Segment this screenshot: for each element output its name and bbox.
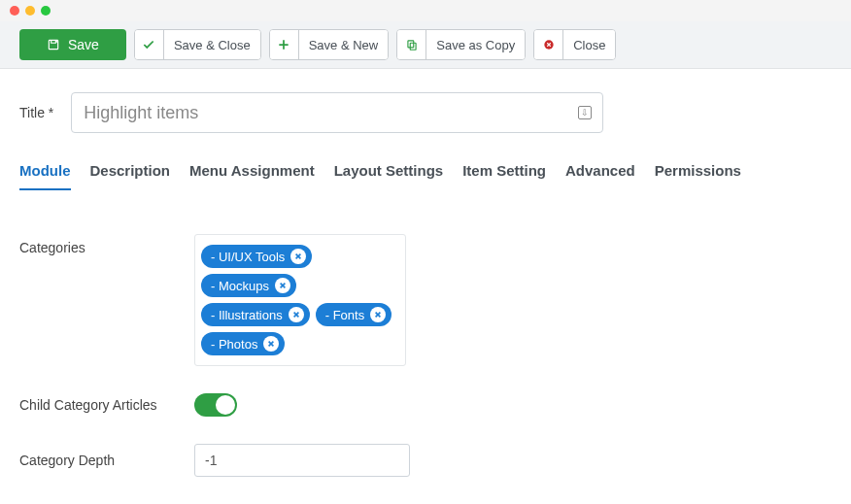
save-new-button[interactable]: Save & New bbox=[299, 30, 389, 59]
category-tag-label: - Fonts bbox=[325, 308, 364, 322]
category-tag-label: - Illustrations bbox=[211, 308, 283, 322]
category-tag-label: - Mockups bbox=[211, 279, 269, 293]
remove-tag-icon[interactable] bbox=[289, 307, 304, 322]
category-tag-label: - Photos bbox=[211, 337, 257, 352]
copy-icon[interactable] bbox=[397, 30, 426, 59]
tab-permissions[interactable]: Permissions bbox=[655, 162, 741, 190]
tab-module[interactable]: Module bbox=[19, 162, 71, 190]
remove-tag-icon[interactable] bbox=[275, 278, 290, 293]
tab-layout-settings[interactable]: Layout Settings bbox=[334, 162, 444, 190]
remove-tag-icon[interactable] bbox=[263, 336, 279, 352]
tab-bar: ModuleDescriptionMenu AssignmentLayout S… bbox=[19, 162, 832, 191]
save-copy-button[interactable]: Save as Copy bbox=[426, 30, 525, 59]
save-button[interactable]: Save bbox=[19, 29, 126, 60]
child-articles-toggle[interactable] bbox=[194, 393, 237, 417]
close-button[interactable]: Close bbox=[563, 30, 615, 59]
category-tag: - Photos bbox=[201, 332, 285, 355]
category-tag: - UI/UX Tools bbox=[201, 245, 312, 268]
save-new-group: Save & New bbox=[269, 29, 390, 60]
tab-item-setting[interactable]: Item Setting bbox=[462, 162, 546, 190]
action-toolbar: Save Save & Close Save & New Save as Cop… bbox=[0, 21, 851, 69]
tab-description[interactable]: Description bbox=[90, 162, 171, 190]
category-tag: - Mockups bbox=[201, 274, 296, 297]
window-titlebar bbox=[0, 0, 851, 21]
categories-tag-box[interactable]: - UI/UX Tools- Mockups- Illustrations- F… bbox=[194, 234, 406, 366]
save-icon bbox=[47, 38, 60, 51]
categories-label: Categories bbox=[19, 234, 194, 255]
category-tag: - Illustrations bbox=[201, 303, 310, 326]
plus-icon[interactable] bbox=[270, 30, 299, 59]
title-label: Title * bbox=[19, 105, 53, 120]
remove-tag-icon[interactable] bbox=[290, 249, 306, 264]
category-tag: - Fonts bbox=[316, 303, 391, 326]
categories-row: Categories - UI/UX Tools- Mockups- Illus… bbox=[19, 234, 832, 366]
contact-card-icon: ⇩ bbox=[578, 106, 592, 119]
save-button-label: Save bbox=[68, 37, 99, 52]
window-minimize-dot[interactable] bbox=[25, 6, 35, 16]
close-icon[interactable] bbox=[534, 30, 563, 59]
check-icon[interactable] bbox=[135, 30, 164, 59]
title-row: Title * ⇩ bbox=[19, 92, 832, 133]
category-tag-label: - UI/UX Tools bbox=[211, 250, 285, 264]
child-articles-row: Child Category Articles bbox=[19, 393, 832, 417]
close-group: Close bbox=[533, 29, 616, 60]
category-depth-label: Category Depth bbox=[19, 453, 194, 468]
tab-advanced[interactable]: Advanced bbox=[565, 162, 635, 190]
save-close-button[interactable]: Save & Close bbox=[164, 30, 260, 59]
category-depth-row: Category Depth bbox=[19, 444, 832, 477]
save-copy-group: Save as Copy bbox=[396, 29, 526, 60]
child-articles-label: Child Category Articles bbox=[19, 397, 194, 413]
title-input[interactable] bbox=[71, 92, 603, 133]
tab-menu-assignment[interactable]: Menu Assignment bbox=[189, 162, 315, 190]
remove-tag-icon[interactable] bbox=[370, 307, 386, 322]
save-close-group: Save & Close bbox=[134, 29, 261, 60]
window-zoom-dot[interactable] bbox=[41, 6, 51, 16]
category-depth-input[interactable] bbox=[194, 444, 410, 477]
window-close-dot[interactable] bbox=[10, 6, 19, 16]
